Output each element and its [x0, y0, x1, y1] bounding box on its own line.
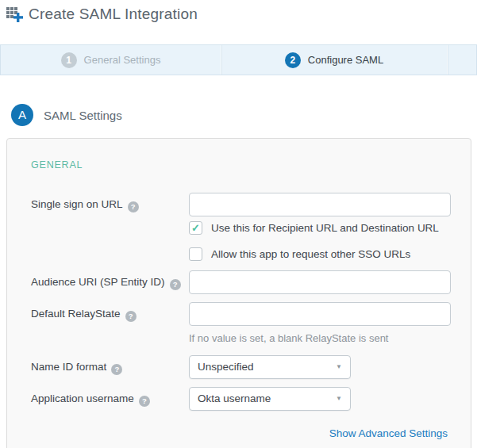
relay-state-label-text: Default RelayState — [31, 308, 121, 320]
checkmark-icon: ✓ — [191, 222, 200, 234]
app-username-help-icon[interactable]: ? — [139, 396, 150, 407]
audience-uri-label-text: Audience URI (SP Entity ID) — [31, 276, 165, 288]
name-id-format-select[interactable]: Unspecified ▼ — [189, 355, 351, 379]
section-header: A SAML Settings — [11, 104, 122, 126]
sso-url-label: Single sign on URL? — [31, 193, 139, 216]
step-general-settings[interactable]: 1 General Settings — [1, 45, 221, 75]
create-integration-icon — [6, 6, 23, 23]
relay-state-input[interactable] — [189, 302, 451, 326]
app-username-label-text: Application username — [31, 392, 134, 404]
chevron-down-icon: ▼ — [336, 356, 342, 378]
sso-url-help-icon[interactable]: ? — [128, 201, 139, 213]
wizard-steps-bar: 1 General Settings 2 Configure SAML — [0, 44, 477, 75]
relay-state-label: Default RelayState? — [31, 302, 137, 326]
other-sso-checkbox[interactable] — [189, 247, 202, 261]
other-sso-checkbox-row[interactable]: Allow this app to request other SSO URLs — [189, 247, 410, 261]
sso-url-input[interactable] — [189, 193, 451, 216]
app-username-label: Application username? — [31, 387, 150, 411]
recipient-url-checkbox-row[interactable]: ✓ Use this for Recipient URL and Destina… — [189, 221, 439, 235]
saml-settings-panel: GENERAL Single sign on URL? ✓ Use this f… — [6, 138, 471, 448]
general-group-heading: GENERAL — [31, 159, 83, 170]
name-id-format-label-text: Name ID format — [31, 361, 106, 373]
step-label: General Settings — [84, 54, 161, 66]
step-configure-saml[interactable]: 2 Configure SAML — [221, 45, 448, 75]
other-sso-checkbox-label: Allow this app to request other SSO URLs — [211, 248, 410, 260]
name-id-format-label: Name ID format? — [31, 355, 122, 379]
app-username-select[interactable]: Okta username ▼ — [189, 387, 351, 411]
name-id-format-help-icon[interactable]: ? — [111, 364, 122, 375]
page-header: Create SAML Integration — [6, 6, 198, 23]
show-advanced-settings-link[interactable]: Show Advanced Settings — [329, 427, 448, 439]
name-id-format-value: Unspecified — [198, 361, 254, 373]
audience-uri-help-icon[interactable]: ? — [170, 279, 181, 290]
chevron-down-icon: ▼ — [336, 388, 342, 410]
step-number-badge: 2 — [285, 52, 301, 68]
page-title: Create SAML Integration — [29, 6, 198, 23]
step-label: Configure SAML — [308, 54, 383, 66]
section-a-badge: A — [11, 104, 33, 126]
audience-uri-input[interactable] — [189, 270, 451, 294]
sso-url-label-text: Single sign on URL — [31, 198, 123, 210]
step-number-badge: 1 — [61, 52, 77, 68]
step-next-partial — [448, 45, 476, 75]
section-title: SAML Settings — [44, 109, 122, 122]
recipient-url-checkbox[interactable]: ✓ — [189, 221, 202, 235]
app-username-value: Okta username — [198, 392, 271, 404]
audience-uri-label: Audience URI (SP Entity ID)? — [31, 270, 181, 294]
relay-state-help-icon[interactable]: ? — [125, 311, 137, 322]
relay-state-helper-text: If no value is set, a blank RelayState i… — [189, 332, 388, 344]
recipient-url-checkbox-label: Use this for Recipient URL and Destinati… — [211, 222, 439, 234]
